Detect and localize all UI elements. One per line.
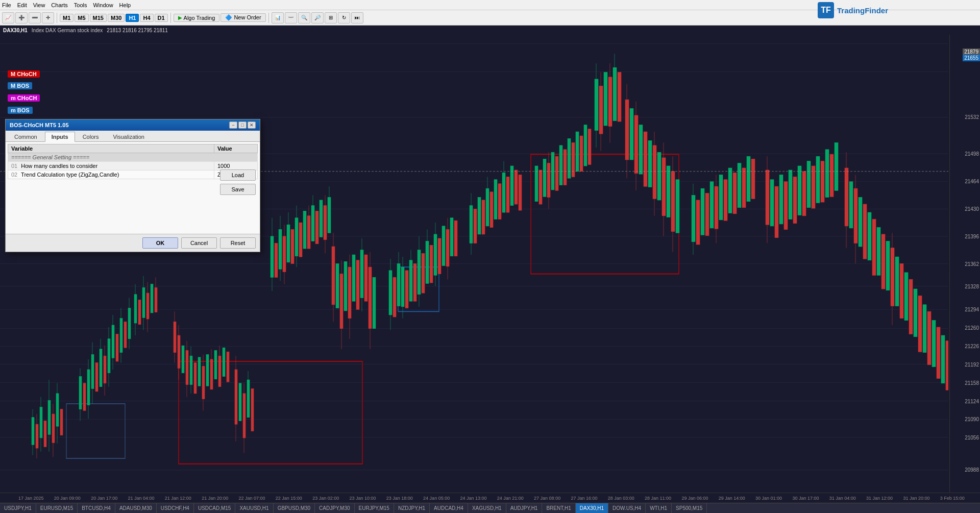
cancel-button[interactable]: Cancel [181,237,217,249]
svg-rect-280 [724,180,727,221]
svg-rect-157 [344,261,347,310]
new-order-btn[interactable]: 🔷 New Order [220,13,265,22]
tab-visualization[interactable]: Visualization [106,132,151,141]
svg-rect-301 [821,161,824,202]
bottom-tab-eurjpy-m15[interactable]: EURJPY,M15 [355,503,394,513]
algo-trading-btn[interactable]: ▶ Algo Trading [174,14,220,22]
price-21056: 21056 [965,435,979,441]
chart-type-btn[interactable]: 📊 [272,12,284,23]
bottom-tab-audjpy-h1[interactable]: AUDJPY,H1 [506,503,543,513]
bottom-tab-nzdjpy-h1[interactable]: NZDJPY,H1 [394,503,430,513]
zoom-in-btn[interactable]: ➕ [15,12,28,23]
save-button[interactable]: Save [220,184,256,195]
svg-rect-220 [543,159,546,197]
param-icon-02: 02 [11,172,17,178]
svg-rect-171 [389,271,392,315]
load-button[interactable]: Load [220,169,256,181]
svg-rect-313 [863,204,867,259]
bottom-tab-dax30-h1[interactable]: DAX30,H1 [576,503,608,513]
tab-inputs[interactable]: Inputs [45,132,75,142]
bottom-tab-xauusd-h1[interactable]: XAUUSD,H1 [235,503,273,513]
svg-rect-184 [418,250,421,295]
svg-rect-42 [79,376,82,409]
crosshair-btn[interactable]: ✛ [42,12,54,23]
forward-btn[interactable]: ⏭ [351,12,363,23]
svg-rect-190 [430,245,433,283]
bottom-tab-eurusd-m15[interactable]: EURUSD,M15 [36,503,78,513]
dialog-titlebar[interactable]: BOS-CHoCH MT5 1.05 − □ ✕ [6,119,260,131]
menu-file[interactable]: File [2,2,11,8]
new-chart-btn[interactable]: 📈 [2,12,14,23]
menu-help[interactable]: Help [119,2,131,8]
grid-btn[interactable]: ⊞ [325,12,337,23]
bottom-tab-dow.us-h4[interactable]: DOW.US,H4 [608,503,646,513]
dialog-minimize-btn[interactable]: − [229,121,237,129]
param-value-candles[interactable]: 1000 [214,162,257,170]
svg-rect-234 [595,79,598,130]
new-order-icon: 🔷 [225,14,234,20]
m-bos-bottom-label[interactable]: m BOS [8,107,33,114]
svg-rect-95 [190,356,192,384]
tab-colors[interactable]: Colors [76,132,106,141]
bottom-tab-usdjpy-h1[interactable]: USDJPY,H1 [0,503,36,513]
bottom-tab-gbpusd-m30[interactable]: GBPUSD,M30 [274,503,315,513]
tf-m5[interactable]: M5 [75,14,88,22]
svg-rect-219 [539,170,542,204]
menu-view[interactable]: View [33,2,45,8]
zoom-out2-btn[interactable]: 🔎 [311,12,324,23]
svg-rect-324 [904,273,908,321]
svg-rect-296 [798,166,801,215]
tab-common[interactable]: Common [8,132,44,141]
svg-rect-153 [336,264,339,308]
m-choch-top-label[interactable]: M CHoCH [8,70,40,78]
chart-description: Index DAX German stock index [32,28,103,33]
svg-rect-180 [405,271,408,308]
menu-tools[interactable]: Tools [74,2,87,8]
bottom-tab-sp500-m15[interactable]: SP500,M15 [672,503,707,513]
tf-h4[interactable]: H4 [140,14,153,22]
bottom-tab-adausd-m30[interactable]: ADAUSD,M30 [115,503,157,513]
bottom-tab-btcusd-h4[interactable]: BTCUSD,H4 [78,503,115,513]
svg-rect-254 [639,125,643,174]
svg-rect-315 [872,219,876,275]
m-choch-bottom-label[interactable]: m CHoCH [8,94,40,102]
m-bos-top-label[interactable]: M BOS [8,82,32,89]
svg-rect-257 [653,145,656,199]
dialog-close-btn[interactable]: ✕ [248,121,256,129]
svg-rect-121 [271,236,274,277]
svg-rect-174 [393,277,396,317]
bottom-tab-xagusd-h1[interactable]: XAGUSD,H1 [468,503,506,513]
dialog-maximize-btn[interactable]: □ [238,121,247,129]
indicators-btn[interactable]: 〰 [285,12,297,23]
time-label: 24 Jan 21:00 [497,496,524,501]
zoom-out-btn[interactable]: ➖ [29,12,41,23]
tf-m15[interactable]: M15 [90,14,107,22]
svg-rect-279 [719,175,723,219]
auto-scroll-btn[interactable]: ↻ [338,12,350,23]
tf-d1[interactable]: D1 [155,14,168,22]
tf-h1[interactable]: H1 [126,14,139,22]
svg-rect-134 [295,218,298,256]
tf-m1[interactable]: M1 [60,14,74,22]
table-row[interactable]: 01 How many candles to consider 1000 [8,162,258,170]
time-label: 21 Jan 20:00 [202,496,228,501]
bottom-tab-cadjpy-m30[interactable]: CADJPY,M30 [315,503,354,513]
svg-rect-287 [766,170,769,225]
svg-rect-46 [87,370,90,405]
svg-rect-304 [835,143,838,191]
bottom-tab-audcad-h4[interactable]: AUDCAD,H4 [430,503,468,513]
tf-m30[interactable]: M30 [108,14,125,22]
svg-rect-120 [251,389,254,431]
bottom-tab-wti-h1[interactable]: WTI,H1 [646,503,672,513]
svg-rect-201 [470,206,473,243]
bottom-tab-usdchf-h4[interactable]: USDCHF,H4 [157,503,194,513]
bottom-tab-brent-h1[interactable]: BRENT,H1 [542,503,575,513]
reset-button[interactable]: Reset [220,237,256,249]
zoom-in2-btn[interactable]: 🔍 [298,12,310,23]
menu-charts[interactable]: Charts [51,2,67,8]
svg-rect-264 [667,166,670,217]
ok-button[interactable]: OK [142,237,178,249]
bottom-tab-usdcad-m15[interactable]: USDCAD,M15 [194,503,235,513]
menu-edit[interactable]: Edit [17,2,27,8]
menu-window[interactable]: Window [93,2,113,8]
